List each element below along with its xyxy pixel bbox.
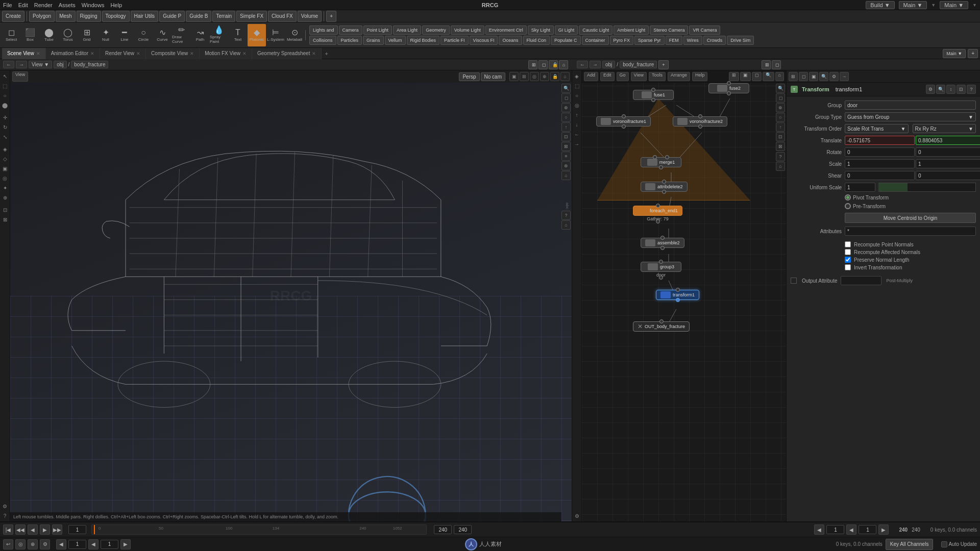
nocam-btn[interactable]: No cam xyxy=(481,72,505,81)
scale-y[interactable] xyxy=(916,159,980,168)
tab-add[interactable]: + xyxy=(322,51,331,57)
translate-x[interactable] xyxy=(845,136,915,145)
scale-x[interactable] xyxy=(845,159,915,168)
lt-bottom-1[interactable]: ⚙ xyxy=(1,502,10,511)
recompute-normals-checkbox[interactable] xyxy=(845,241,851,247)
area-light-btn[interactable]: Area Light xyxy=(393,26,421,35)
tab-composite-view[interactable]: Composite View ✕ xyxy=(146,48,200,59)
ng-ri-2[interactable]: ◻ xyxy=(776,93,785,103)
path-file-btn[interactable]: body_fracture xyxy=(71,61,108,68)
vr-icon-7[interactable]: ⊠ xyxy=(561,142,571,151)
lt-select[interactable]: ↖ xyxy=(1,71,10,81)
rt-btn-6[interactable]: ↓ xyxy=(572,120,581,129)
main-right-tab-btn[interactable]: Main ▼ xyxy=(943,49,966,58)
lt-lasso[interactable]: ○ xyxy=(1,91,10,100)
vr-icon-8[interactable]: ≡ xyxy=(561,152,571,161)
pre-transform-toggle[interactable]: Pre-Transform xyxy=(845,203,886,209)
particle-fi-btn[interactable]: Particle FI xyxy=(440,36,469,45)
transport-bottom-2[interactable]: ◀ xyxy=(846,524,856,535)
fluid-con-btn[interactable]: Fluid Con xyxy=(523,36,550,45)
stereo-cam-btn[interactable]: Stereo Camera xyxy=(650,26,688,35)
node-out-body[interactable]: ✕ OUT_body_fracture xyxy=(633,321,690,332)
ng-ri-4[interactable]: ○ xyxy=(776,113,785,122)
vr-cam-btn[interactable]: VR Camera xyxy=(689,26,720,35)
transform-order-dropdown[interactable]: Scale Rot Trans ▼ xyxy=(845,124,909,133)
lt-paint[interactable]: ⬤ xyxy=(1,101,10,110)
ng-path-nav-forward[interactable]: → xyxy=(590,61,601,68)
rot-order-dropdown[interactable]: Rx Ry Rz ▼ xyxy=(913,124,976,133)
lt-box-select[interactable]: ⬚ xyxy=(1,81,10,90)
transport-prev-frame[interactable]: ◀ xyxy=(28,524,38,535)
crowds-btn[interactable]: Crowds xyxy=(703,36,726,45)
viewport-lock[interactable]: 🔒 xyxy=(549,60,558,69)
node-group3[interactable]: group3 door xyxy=(641,262,681,278)
lt-tool5[interactable]: ✦ xyxy=(1,183,10,192)
rt-btn-7[interactable]: ← xyxy=(572,130,581,139)
lt-rotate[interactable]: ↻ xyxy=(1,122,10,132)
bc-btn-4[interactable]: ⚙ xyxy=(40,539,50,549)
props-icon-3[interactable]: ▣ xyxy=(809,72,818,81)
vt-view[interactable]: View xyxy=(12,71,28,82)
output-attr-input[interactable] xyxy=(841,276,881,285)
tab-render-view[interactable]: Render View ✕ xyxy=(100,48,146,59)
ng-ri-7[interactable]: ⊠ xyxy=(776,142,785,151)
props-header-icon-1[interactable]: ⚙ xyxy=(926,85,935,94)
ng-ri-home[interactable]: ⌂ xyxy=(776,162,785,171)
rt-btn-3[interactable]: ○ xyxy=(572,91,581,100)
vellum-btn[interactable]: Vellum xyxy=(385,36,406,45)
props-header-icon-3[interactable]: ↕ xyxy=(946,85,955,94)
translate-y[interactable] xyxy=(916,136,980,145)
props-icon-4[interactable]: 🔍 xyxy=(819,72,828,81)
pyro-fx-btn[interactable]: Pyro FX xyxy=(610,36,634,45)
caustic-btn[interactable]: Caustic Light xyxy=(579,26,612,35)
toolbar-topology[interactable]: Topology xyxy=(102,11,130,22)
toolbar-create[interactable]: Create xyxy=(2,11,24,22)
rt-btn-1[interactable]: ◈ xyxy=(572,71,581,81)
ng-ri-6[interactable]: ⊡ xyxy=(776,132,785,141)
tab-right-plus[interactable]: + xyxy=(968,49,978,58)
icon-metaball[interactable]: ⊙Metaball xyxy=(285,24,304,46)
node-voronoi1[interactable]: voronoifracture1 xyxy=(596,116,651,127)
icon-drawcurve[interactable]: ✏Draw Curve xyxy=(172,24,190,46)
ng-tools[interactable]: Tools xyxy=(649,72,666,81)
vr-icon-9[interactable]: ⊗ xyxy=(561,161,571,170)
ng-ri-3[interactable]: ⊕ xyxy=(776,103,785,112)
ng-arrange[interactable]: Arrange xyxy=(668,72,690,81)
toolbar-plus[interactable]: + xyxy=(326,11,336,22)
lt-tool4[interactable]: ◎ xyxy=(1,173,10,183)
viscous-fi-btn[interactable]: Viscous FI xyxy=(470,36,498,45)
viewport-3d[interactable]: RRCG xyxy=(10,70,572,521)
rigid-bodies-btn[interactable]: Rigid Bodies xyxy=(407,36,440,45)
path-nav-back[interactable]: ← xyxy=(3,61,14,68)
vr-icon-11[interactable]: ? xyxy=(561,211,571,220)
icon-path[interactable]: ↝Path xyxy=(191,24,209,46)
shear-x[interactable] xyxy=(845,171,915,180)
bc-btn-6[interactable]: ◀ xyxy=(88,539,99,549)
icon-more1[interactable]: ✦Null xyxy=(96,24,115,46)
frame-end-input-2[interactable] xyxy=(454,525,472,534)
ng-go[interactable]: Go xyxy=(617,72,629,81)
menu-help[interactable]: Help xyxy=(110,2,122,8)
tab-motion-fx[interactable]: Motion FX View ✕ xyxy=(200,48,252,59)
centroid-btn[interactable]: Move Centroid to Origin xyxy=(845,213,976,223)
lt-snap[interactable]: ⊡ xyxy=(1,205,10,214)
transport-frame-1[interactable] xyxy=(826,525,844,534)
vt-icon-6[interactable]: ⌂ xyxy=(560,72,570,81)
ng-toggle-2[interactable]: ◻ xyxy=(772,60,781,69)
lt-magnet[interactable]: ⊠ xyxy=(1,215,10,224)
toolbar-guide-p[interactable]: Guide P xyxy=(159,11,185,22)
group-type-dropdown[interactable]: Guess from Group ▼ xyxy=(845,112,976,121)
bc-btn-play[interactable]: ▶ xyxy=(120,539,131,549)
props-icon-5[interactable]: ⚙ xyxy=(829,72,839,81)
particles-btn[interactable]: Particles xyxy=(337,36,362,45)
env-ctrl-btn[interactable]: Environment Ctrl xyxy=(485,26,527,35)
ng-icon-4[interactable]: 🔍 xyxy=(763,72,774,81)
icon-line[interactable]: ━Line xyxy=(115,24,134,46)
toolbar-hair[interactable]: Hair Utils xyxy=(131,11,159,22)
sky-light-btn[interactable]: Sky Light xyxy=(528,26,554,35)
vt-icon-5[interactable]: 🔒 xyxy=(550,72,559,81)
group-input[interactable]: door xyxy=(845,101,976,110)
menu-edit[interactable]: Edit xyxy=(18,2,28,8)
vr-icon-3[interactable]: ⊕ xyxy=(561,103,571,112)
node-attribdelete2[interactable]: attribdelete2 xyxy=(641,182,688,192)
